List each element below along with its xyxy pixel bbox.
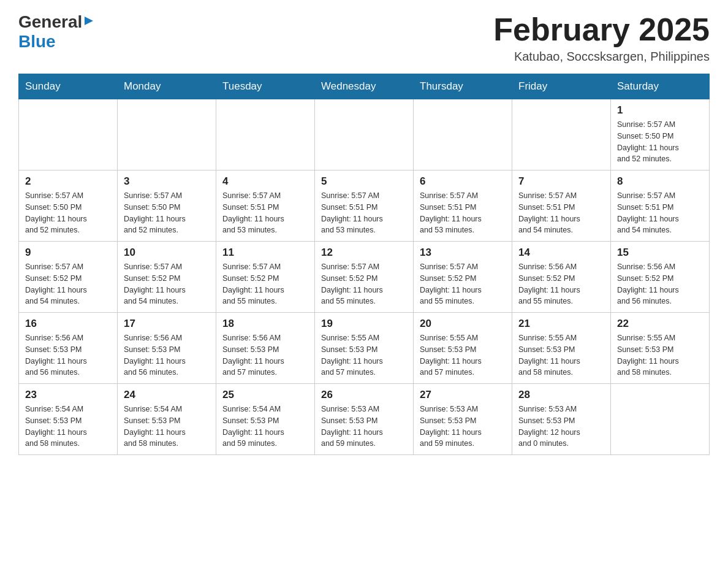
logo-general-text: General [18,12,82,32]
day-number: 24 [124,389,210,401]
calendar-cell [315,99,414,170]
calendar-cell [118,99,216,170]
weekday-header-tuesday: Tuesday [216,74,315,99]
week-row-1: 1Sunrise: 5:57 AM Sunset: 5:50 PM Daylig… [19,99,710,170]
calendar-cell: 27Sunrise: 5:53 AM Sunset: 5:53 PM Dayli… [414,384,512,455]
day-info: Sunrise: 5:57 AM Sunset: 5:51 PM Dayligh… [321,190,407,236]
weekday-header-row: SundayMondayTuesdayWednesdayThursdayFrid… [19,74,710,99]
day-number: 21 [518,318,604,330]
day-number: 25 [222,389,308,401]
calendar-cell: 1Sunrise: 5:57 AM Sunset: 5:50 PM Daylig… [611,99,710,170]
day-number: 3 [124,175,210,188]
calendar-cell [512,99,611,170]
calendar-cell: 22Sunrise: 5:55 AM Sunset: 5:53 PM Dayli… [611,313,710,384]
weekday-header-saturday: Saturday [611,74,710,99]
calendar-cell: 17Sunrise: 5:56 AM Sunset: 5:53 PM Dayli… [118,313,216,384]
calendar-table: SundayMondayTuesdayWednesdayThursdayFrid… [18,74,710,455]
day-info: Sunrise: 5:57 AM Sunset: 5:52 PM Dayligh… [124,261,210,307]
day-info: Sunrise: 5:53 AM Sunset: 5:53 PM Dayligh… [518,404,604,450]
week-row-2: 2Sunrise: 5:57 AM Sunset: 5:50 PM Daylig… [19,170,710,242]
day-number: 9 [25,247,111,259]
day-number: 22 [617,318,703,330]
day-info: Sunrise: 5:54 AM Sunset: 5:53 PM Dayligh… [124,404,210,450]
calendar-cell: 28Sunrise: 5:53 AM Sunset: 5:53 PM Dayli… [512,384,611,455]
day-info: Sunrise: 5:55 AM Sunset: 5:53 PM Dayligh… [321,332,407,378]
day-info: Sunrise: 5:57 AM Sunset: 5:50 PM Dayligh… [124,190,210,236]
day-info: Sunrise: 5:56 AM Sunset: 5:52 PM Dayligh… [518,261,604,307]
calendar-cell: 25Sunrise: 5:54 AM Sunset: 5:53 PM Dayli… [216,384,315,455]
day-info: Sunrise: 5:57 AM Sunset: 5:51 PM Dayligh… [518,190,604,236]
calendar-cell: 9Sunrise: 5:57 AM Sunset: 5:52 PM Daylig… [19,242,118,313]
calendar-cell: 7Sunrise: 5:57 AM Sunset: 5:51 PM Daylig… [512,170,611,242]
calendar-cell: 19Sunrise: 5:55 AM Sunset: 5:53 PM Dayli… [315,313,414,384]
calendar-cell: 21Sunrise: 5:55 AM Sunset: 5:53 PM Dayli… [512,313,611,384]
calendar-cell: 26Sunrise: 5:53 AM Sunset: 5:53 PM Dayli… [315,384,414,455]
day-number: 28 [518,389,604,401]
calendar-cell: 15Sunrise: 5:56 AM Sunset: 5:52 PM Dayli… [611,242,710,313]
day-info: Sunrise: 5:57 AM Sunset: 5:52 PM Dayligh… [420,261,506,307]
month-title: February 2025 [493,12,710,47]
day-number: 2 [25,175,111,188]
day-info: Sunrise: 5:56 AM Sunset: 5:53 PM Dayligh… [25,332,111,378]
day-number: 10 [124,247,210,259]
day-number: 13 [420,247,506,259]
week-row-3: 9Sunrise: 5:57 AM Sunset: 5:52 PM Daylig… [19,242,710,313]
day-number: 12 [321,247,407,259]
calendar-cell: 14Sunrise: 5:56 AM Sunset: 5:52 PM Dayli… [512,242,611,313]
calendar-cell [414,99,512,170]
day-number: 17 [124,318,210,330]
day-number: 5 [321,175,407,188]
day-number: 7 [518,175,604,188]
logo-arrow-icon [83,15,94,29]
calendar-cell: 6Sunrise: 5:57 AM Sunset: 5:51 PM Daylig… [414,170,512,242]
day-number: 19 [321,318,407,330]
weekday-header-friday: Friday [512,74,611,99]
calendar-cell: 20Sunrise: 5:55 AM Sunset: 5:53 PM Dayli… [414,313,512,384]
day-info: Sunrise: 5:55 AM Sunset: 5:53 PM Dayligh… [617,332,703,378]
location-subtitle: Katubao, Soccsksargen, Philippines [493,50,710,64]
calendar-cell: 18Sunrise: 5:56 AM Sunset: 5:53 PM Dayli… [216,313,315,384]
week-row-5: 23Sunrise: 5:54 AM Sunset: 5:53 PM Dayli… [19,384,710,455]
day-info: Sunrise: 5:56 AM Sunset: 5:53 PM Dayligh… [124,332,210,378]
day-info: Sunrise: 5:57 AM Sunset: 5:50 PM Dayligh… [617,119,703,165]
day-info: Sunrise: 5:55 AM Sunset: 5:53 PM Dayligh… [420,332,506,378]
day-info: Sunrise: 5:57 AM Sunset: 5:51 PM Dayligh… [222,190,308,236]
day-number: 6 [420,175,506,188]
calendar-cell: 12Sunrise: 5:57 AM Sunset: 5:52 PM Dayli… [315,242,414,313]
day-info: Sunrise: 5:57 AM Sunset: 5:51 PM Dayligh… [617,190,703,236]
day-number: 16 [25,318,111,330]
day-info: Sunrise: 5:53 AM Sunset: 5:53 PM Dayligh… [420,404,506,450]
logo-blue-text: Blue [18,32,56,52]
calendar-cell: 3Sunrise: 5:57 AM Sunset: 5:50 PM Daylig… [118,170,216,242]
calendar-cell: 23Sunrise: 5:54 AM Sunset: 5:53 PM Dayli… [19,384,118,455]
day-number: 23 [25,389,111,401]
day-number: 15 [617,247,703,259]
day-number: 27 [420,389,506,401]
weekday-header-thursday: Thursday [414,74,512,99]
calendar-cell [19,99,118,170]
day-number: 4 [222,175,308,188]
day-info: Sunrise: 5:53 AM Sunset: 5:53 PM Dayligh… [321,404,407,450]
day-number: 14 [518,247,604,259]
calendar-cell: 24Sunrise: 5:54 AM Sunset: 5:53 PM Dayli… [118,384,216,455]
logo: General Blue [18,12,94,52]
day-number: 20 [420,318,506,330]
day-number: 1 [617,104,703,117]
calendar-cell: 13Sunrise: 5:57 AM Sunset: 5:52 PM Dayli… [414,242,512,313]
week-row-4: 16Sunrise: 5:56 AM Sunset: 5:53 PM Dayli… [19,313,710,384]
day-info: Sunrise: 5:57 AM Sunset: 5:52 PM Dayligh… [222,261,308,307]
calendar-cell: 11Sunrise: 5:57 AM Sunset: 5:52 PM Dayli… [216,242,315,313]
day-info: Sunrise: 5:57 AM Sunset: 5:50 PM Dayligh… [25,190,111,236]
calendar-cell: 5Sunrise: 5:57 AM Sunset: 5:51 PM Daylig… [315,170,414,242]
day-info: Sunrise: 5:56 AM Sunset: 5:53 PM Dayligh… [222,332,308,378]
calendar-cell: 4Sunrise: 5:57 AM Sunset: 5:51 PM Daylig… [216,170,315,242]
day-info: Sunrise: 5:56 AM Sunset: 5:52 PM Dayligh… [617,261,703,307]
day-number: 8 [617,175,703,188]
day-info: Sunrise: 5:54 AM Sunset: 5:53 PM Dayligh… [222,404,308,450]
day-info: Sunrise: 5:57 AM Sunset: 5:52 PM Dayligh… [25,261,111,307]
calendar-cell: 8Sunrise: 5:57 AM Sunset: 5:51 PM Daylig… [611,170,710,242]
calendar-cell: 16Sunrise: 5:56 AM Sunset: 5:53 PM Dayli… [19,313,118,384]
calendar-cell: 10Sunrise: 5:57 AM Sunset: 5:52 PM Dayli… [118,242,216,313]
day-info: Sunrise: 5:57 AM Sunset: 5:52 PM Dayligh… [321,261,407,307]
svg-marker-0 [85,17,93,25]
